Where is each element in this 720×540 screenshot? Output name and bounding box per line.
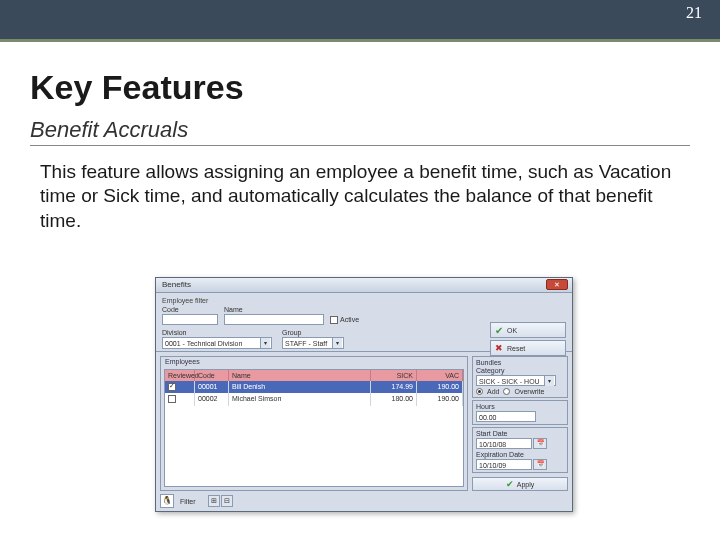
x-icon: ✖ [495, 343, 503, 353]
name-input[interactable] [224, 314, 324, 325]
active-checkbox[interactable] [330, 316, 338, 324]
employees-panel: Employees Reviewed Code Name SICK VAC 00… [160, 356, 468, 491]
name-label: Name [224, 306, 324, 313]
group-value: STAFF - Staff [285, 340, 327, 347]
table-row[interactable]: 00002 Michael Simson 180.00 190.00 [165, 393, 463, 406]
hours-section: Hours 00.00 [472, 400, 568, 425]
close-button[interactable]: ✕ [546, 279, 568, 290]
slide-header-band: 21 [0, 0, 720, 42]
chevron-down-icon: ▾ [260, 338, 270, 348]
benefits-dialog: Benefits ✕ Employee filter Code Name Act… [155, 277, 573, 512]
dates-section: Start Date 10/10/08 📅 Expiration Date 10… [472, 427, 568, 473]
col-vac[interactable]: VAC [417, 370, 463, 381]
hours-input[interactable]: 00.00 [476, 411, 536, 422]
calendar-icon[interactable]: 📅 [533, 459, 547, 470]
start-date-label: Start Date [476, 430, 564, 437]
group-select[interactable]: STAFF - Staff▾ [282, 337, 344, 349]
cell-sick: 180.00 [371, 393, 417, 406]
bundles-label: Bundles [476, 359, 564, 366]
cell-vac: 190.00 [417, 393, 463, 406]
reset-label: Reset [507, 345, 525, 352]
check-icon: ✔ [495, 325, 503, 336]
close-icon: ✕ [554, 281, 560, 288]
col-sick[interactable]: SICK [371, 370, 417, 381]
mode-add-label: Add [487, 388, 499, 395]
chevron-down-icon: ▾ [544, 376, 554, 386]
grid-header: Reviewed Code Name SICK VAC [165, 370, 463, 381]
col-name[interactable]: Name [229, 370, 371, 381]
exp-date-input[interactable]: 10/10/09 [476, 459, 532, 470]
expand-all-icon[interactable]: ⊞ [208, 495, 220, 507]
code-label: Code [162, 306, 218, 313]
start-date-input[interactable]: 10/10/08 [476, 438, 532, 449]
check-icon: ✔ [506, 479, 514, 489]
slide-title: Key Features [30, 68, 690, 107]
filter-action-buttons: ✔OK ✖Reset [490, 322, 566, 356]
slide-content: Key Features Benefit Accruals This featu… [30, 68, 690, 233]
page-number: 21 [686, 4, 702, 22]
active-label: Active [340, 316, 359, 323]
code-input[interactable] [162, 314, 218, 325]
division-select[interactable]: 0001 - Technical Division▾ [162, 337, 272, 349]
cell-code: 00001 [195, 381, 229, 393]
hours-label: Hours [476, 403, 564, 410]
reset-button[interactable]: ✖Reset [490, 340, 566, 356]
division-label: Division [162, 329, 272, 336]
dialog-titlebar[interactable]: Benefits ✕ [156, 278, 572, 293]
subtitle-rule: Benefit Accruals [30, 117, 690, 146]
cell-sick: 174.99 [371, 381, 417, 393]
category-label: Category [476, 367, 564, 374]
cell-vac: 190.00 [417, 381, 463, 393]
body-text: This feature allows assigning an employe… [40, 160, 680, 233]
ok-button[interactable]: ✔OK [490, 322, 566, 338]
division-value: 0001 - Technical Division [165, 340, 242, 347]
category-value: SICK - SICK - HOU [479, 378, 540, 385]
apply-label: Apply [517, 481, 535, 488]
dialog-title: Benefits [162, 280, 191, 289]
employees-grid[interactable]: Reviewed Code Name SICK VAC 00001 Bill D… [164, 369, 464, 487]
dialog-footer: 🐧 Filter ⊞ ⊟ [160, 493, 568, 509]
footer-filter-label: Filter [180, 498, 196, 505]
group-label: Group [282, 329, 344, 336]
slide-subtitle: Benefit Accruals [30, 117, 690, 143]
app-icon[interactable]: 🐧 [160, 494, 174, 508]
bundles-section: Bundles Category SICK - SICK - HOU▾ Add … [472, 356, 568, 398]
category-select[interactable]: SICK - SICK - HOU▾ [476, 375, 556, 386]
mode-overwrite-radio[interactable] [503, 388, 510, 395]
col-code[interactable]: Code [195, 370, 229, 381]
mode-add-radio[interactable] [476, 388, 483, 395]
employees-label: Employees [161, 357, 467, 366]
cell-code: 00002 [195, 393, 229, 406]
collapse-all-icon[interactable]: ⊟ [221, 495, 233, 507]
exp-date-label: Expiration Date [476, 451, 564, 458]
cell-name: Bill Denish [229, 381, 371, 393]
mode-overwrite-label: Overwrite [514, 388, 544, 395]
ok-label: OK [507, 327, 517, 334]
apply-button[interactable]: ✔Apply [472, 477, 568, 491]
header-underline [0, 39, 720, 42]
row-checkbox[interactable] [168, 395, 176, 403]
col-reviewed[interactable]: Reviewed [165, 370, 195, 381]
filter-header: Employee filter [162, 297, 566, 304]
table-row[interactable]: 00001 Bill Denish 174.99 190.00 [165, 381, 463, 393]
row-checkbox[interactable] [168, 383, 176, 391]
calendar-icon[interactable]: 📅 [533, 438, 547, 449]
chevron-down-icon: ▾ [332, 338, 342, 348]
cell-name: Michael Simson [229, 393, 371, 406]
bundles-side-panel: Bundles Category SICK - SICK - HOU▾ Add … [472, 356, 568, 491]
